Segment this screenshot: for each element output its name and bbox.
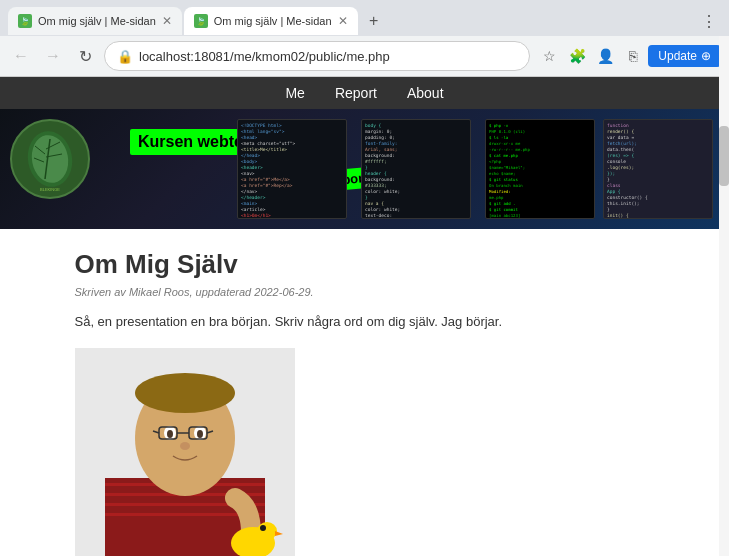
svg-point-28 — [257, 522, 277, 540]
person-photo-svg — [75, 348, 295, 557]
monitor-4: function render() { var data = fetch(url… — [603, 119, 713, 219]
nav-me[interactable]: Me — [285, 85, 304, 101]
address-bar: ← → ↻ 🔒 localhost:18081/me/kmom02/public… — [0, 36, 729, 76]
tab-favicon-1: 🍃 — [18, 14, 32, 28]
tab-close-2[interactable]: ✕ — [338, 14, 348, 28]
forward-button[interactable]: → — [40, 43, 66, 69]
svg-point-19 — [167, 430, 173, 438]
scrollbar-track — [719, 36, 729, 556]
svg-point-20 — [197, 430, 203, 438]
hero-banner: BLEKINGE Kursen webtec Min rapportsida <… — [0, 109, 729, 229]
hero-background: BLEKINGE Kursen webtec Min rapportsida <… — [0, 109, 729, 229]
website-content: Me Report About — [0, 77, 729, 556]
tab-title-2: Om mig själv | Me-sidan — [214, 15, 332, 27]
content-area: Om Mig Själv Skriven av Mikael Roos, upp… — [55, 229, 675, 556]
extensions-button[interactable]: 🧩 — [564, 43, 590, 69]
logo-svg: BLEKINGE — [20, 124, 80, 194]
update-button-icon: ⊕ — [701, 49, 711, 63]
person-photo — [75, 348, 295, 557]
monitor-3: $ php -v PHP 8.1.0 (cli) $ ls -la drwxr-… — [485, 119, 595, 219]
svg-point-26 — [180, 442, 190, 450]
banner-monitors: <!DOCTYPE html> <html lang="sv"> <head> … — [229, 109, 729, 229]
back-button[interactable]: ← — [8, 43, 34, 69]
tab-title-1: Om mig själv | Me-sidan — [38, 15, 156, 27]
svg-point-16 — [135, 373, 235, 413]
monitor-2: body { margin: 0; padding: 0; font-famil… — [361, 119, 471, 219]
tab-bar: 🍃 Om mig själv | Me-sidan ✕ 🍃 Om mig sjä… — [0, 0, 729, 36]
photo-container: Mikael Roos pratar gärna med ankan. — [75, 348, 655, 557]
site-nav: Me Report About — [0, 77, 729, 109]
browser-chrome: 🍃 Om mig själv | Me-sidan ✕ 🍃 Om mig sjä… — [0, 0, 729, 77]
update-button[interactable]: Update ⊕ — [648, 45, 721, 67]
tab-bar-menu[interactable]: ⋮ — [701, 12, 721, 31]
school-logo: BLEKINGE — [10, 119, 90, 199]
scrollbar-thumb[interactable] — [719, 126, 729, 186]
profile-button[interactable]: 👤 — [592, 43, 618, 69]
svg-point-31 — [248, 534, 252, 542]
tab-1[interactable]: 🍃 Om mig själv | Me-sidan ✕ — [8, 7, 182, 35]
svg-text:BLEKINGE: BLEKINGE — [40, 187, 60, 192]
reload-button[interactable]: ↻ — [72, 43, 98, 69]
new-tab-button[interactable]: + — [360, 7, 388, 35]
url-bar[interactable]: 🔒 localhost:18081/me/kmom02/public/me.ph… — [104, 41, 530, 71]
tab-favicon-2: 🍃 — [194, 14, 208, 28]
star-button[interactable]: ☆ — [536, 43, 562, 69]
url-text: localhost:18081/me/kmom02/public/me.php — [139, 49, 517, 64]
secure-icon: 🔒 — [117, 49, 133, 64]
nav-report[interactable]: Report — [335, 85, 377, 101]
cast-button[interactable]: ⎘ — [620, 43, 646, 69]
nav-about[interactable]: About — [407, 85, 444, 101]
meta-info: Skriven av Mikael Roos, uppdaterad 2022-… — [75, 286, 655, 298]
svg-point-30 — [260, 525, 266, 531]
intro-text: Så, en presentation en bra början. Skriv… — [75, 312, 655, 332]
logo-circle: BLEKINGE — [10, 119, 90, 199]
toolbar-actions: ☆ 🧩 👤 ⎘ Update ⊕ — [536, 43, 721, 69]
page-title: Om Mig Själv — [75, 249, 655, 280]
tab-2[interactable]: 🍃 Om mig själv | Me-sidan ✕ — [184, 7, 358, 35]
update-button-label: Update — [658, 49, 697, 63]
tab-close-1[interactable]: ✕ — [162, 14, 172, 28]
monitor-1: <!DOCTYPE html> <html lang="sv"> <head> … — [237, 119, 347, 219]
